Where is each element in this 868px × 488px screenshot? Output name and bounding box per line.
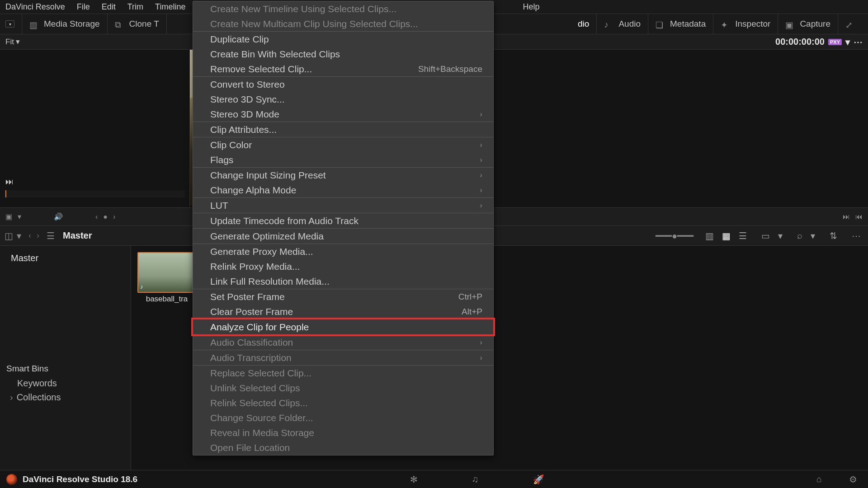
toolbar-capture[interactable]: ▣Capture bbox=[778, 14, 838, 34]
chevron-down-icon[interactable]: ▾ bbox=[18, 212, 21, 221]
toolbar-expand[interactable]: ⤢ bbox=[838, 14, 863, 34]
menu-trim[interactable]: Trim bbox=[127, 2, 143, 12]
toolbar-metadata[interactable]: ❏Metadata bbox=[648, 14, 713, 34]
context-menu-item[interactable]: Create Bin With Selected Clips bbox=[193, 47, 493, 61]
context-menu-item[interactable]: Relink Proxy Media... bbox=[193, 259, 493, 274]
toolbar-metadata-label: Metadata bbox=[670, 19, 706, 29]
context-menu-item[interactable]: Create New Timeline Using Selected Clips… bbox=[193, 1, 493, 16]
nav-back-button[interactable]: ‹ bbox=[26, 231, 34, 240]
context-menu-item-label: Relink Selected Clips... bbox=[210, 397, 308, 409]
smartbin-keywords[interactable]: Keywords bbox=[6, 376, 124, 390]
toolbar-dropdown[interactable]: ▾ bbox=[5, 14, 22, 34]
context-menu-item[interactable]: Create New Multicam Clip Using Selected … bbox=[193, 16, 493, 31]
context-menu-item[interactable]: Reveal in Media Storage bbox=[193, 425, 493, 440]
volume-icon[interactable]: 🔊 bbox=[54, 212, 63, 221]
toolbar-audio[interactable]: ♪Audio bbox=[597, 14, 648, 34]
step-forward-icon[interactable]: ⏭ bbox=[843, 213, 850, 221]
clip-item[interactable]: ♪ baseball_tra bbox=[137, 252, 196, 304]
context-menu-item-label: Create New Timeline Using Selected Clips… bbox=[210, 3, 396, 15]
context-menu-item[interactable]: Relink Selected Clips... bbox=[193, 395, 493, 410]
toolbar-audio-tab[interactable]: dio bbox=[571, 14, 597, 34]
search-icon[interactable]: ⌕ bbox=[794, 229, 805, 243]
context-menu-item-label: Generate Proxy Media... bbox=[210, 245, 313, 258]
filter-icon[interactable]: ☰ bbox=[47, 230, 55, 241]
zoom-slider[interactable]: ━━━●━━━ bbox=[656, 230, 693, 241]
context-menu-item[interactable]: Open File Location bbox=[193, 440, 493, 455]
panel-toggle-icon[interactable]: ◫ bbox=[5, 230, 13, 241]
menu-edit[interactable]: Edit bbox=[102, 2, 116, 12]
context-menu-item[interactable]: Link Full Resolution Media... bbox=[193, 274, 493, 289]
chevron-down-icon[interactable]: ▾ bbox=[17, 230, 21, 241]
menu-file[interactable]: File bbox=[77, 2, 90, 12]
source-viewer: ⏭ bbox=[0, 50, 190, 207]
menu-help[interactable]: Help bbox=[523, 2, 539, 12]
smartbin-collections[interactable]: ›Collections bbox=[6, 390, 124, 404]
step-back-icon[interactable]: ⏮ bbox=[855, 213, 863, 221]
toolbar-clone-tool[interactable]: ⧉ Clone T bbox=[108, 14, 167, 34]
context-menu-item[interactable]: Generate Proxy Media... bbox=[193, 244, 493, 259]
tag-icon: ❏ bbox=[656, 20, 665, 28]
chevron-right-icon: › bbox=[480, 169, 482, 181]
page-tab-fairlight-icon[interactable]: ♫ bbox=[472, 474, 479, 485]
context-menu-item[interactable]: Set Poster FrameCtrl+P bbox=[193, 289, 493, 304]
menu-timeline[interactable]: Timeline bbox=[155, 2, 185, 12]
chevron-down-icon[interactable]: ▾ bbox=[845, 37, 850, 47]
context-menu-item[interactable]: Unlink Selected Clips bbox=[193, 380, 493, 395]
page-tab-loading-icon[interactable]: ✻ bbox=[410, 474, 418, 485]
context-menu-item[interactable]: Audio Classification› bbox=[193, 335, 493, 350]
context-menu-item[interactable]: Stereo 3D Sync... bbox=[193, 92, 493, 107]
playhead[interactable] bbox=[5, 190, 6, 197]
aspect-icon[interactable]: ▭ bbox=[759, 229, 773, 243]
context-menu-item[interactable]: Duplicate Clip bbox=[193, 32, 493, 47]
context-menu-item[interactable]: Change Alpha Mode› bbox=[193, 183, 493, 197]
context-menu-item-label: Create Bin With Selected Clips bbox=[210, 48, 340, 60]
sort-icon[interactable]: ⇅ bbox=[827, 229, 840, 243]
context-menu-item[interactable]: Clip Color› bbox=[193, 137, 493, 152]
settings-icon[interactable]: ⚙ bbox=[849, 474, 857, 485]
chevron-down-icon[interactable]: ▾ bbox=[775, 229, 785, 243]
prev-clip-icon[interactable]: ‹ bbox=[95, 213, 98, 221]
clip-context-menu[interactable]: Create New Timeline Using Selected Clips… bbox=[193, 1, 494, 455]
context-menu-item[interactable]: Change Source Folder... bbox=[193, 410, 493, 425]
page-tab-deliver-icon[interactable]: 🚀 bbox=[533, 474, 544, 485]
toolbar-media-storage[interactable]: ▥ Media Storage bbox=[22, 14, 108, 34]
context-menu-item[interactable]: Flags› bbox=[193, 152, 493, 167]
context-menu-item[interactable]: Convert to Stereo bbox=[193, 77, 493, 92]
menu-app[interactable]: DaVinci Resolve bbox=[5, 2, 65, 12]
thumbnail-view-icon[interactable]: ▦ bbox=[719, 229, 733, 243]
context-menu-item-label: Audio Classification bbox=[210, 336, 293, 348]
viewer-fit-dropdown[interactable]: Fit▾ bbox=[5, 37, 20, 47]
context-menu-item-label: Change Source Folder... bbox=[210, 412, 313, 424]
context-menu-item[interactable]: LUT› bbox=[193, 198, 493, 213]
context-menu-item[interactable]: Change Input Sizing Preset› bbox=[193, 168, 493, 183]
context-menu-item[interactable]: Update Timecode from Audio Track bbox=[193, 213, 493, 228]
context-menu-item[interactable]: Generate Optimized Media bbox=[193, 229, 493, 244]
list-view-icon[interactable]: ☰ bbox=[736, 229, 750, 243]
bin-breadcrumb[interactable]: Master bbox=[63, 230, 92, 241]
context-menu-item[interactable]: Replace Selected Clip... bbox=[193, 366, 493, 380]
next-clip-icon[interactable]: › bbox=[113, 213, 115, 221]
context-menu-item[interactable]: Clear Poster FrameAlt+P bbox=[193, 304, 493, 319]
strip-view-icon[interactable]: ▥ bbox=[703, 229, 717, 243]
play-next-icon[interactable]: ⏭ bbox=[5, 177, 14, 187]
nav-forward-button[interactable]: › bbox=[34, 231, 42, 240]
context-menu-item[interactable]: Audio Transcription› bbox=[193, 350, 493, 365]
context-menu-item[interactable]: Clip Attributes... bbox=[193, 122, 493, 137]
context-menu-item[interactable]: Stereo 3D Mode› bbox=[193, 107, 493, 122]
context-menu-item-label: Flags bbox=[210, 154, 233, 166]
in-out-icon[interactable]: ▣ bbox=[5, 212, 12, 221]
context-menu-item[interactable]: Analyze Clip for People bbox=[193, 319, 493, 334]
smartbin-keywords-label: Keywords bbox=[17, 378, 57, 389]
context-menu-item[interactable]: Remove Selected Clip...Shift+Backspace bbox=[193, 61, 493, 76]
proxy-badge[interactable]: PXY bbox=[828, 39, 842, 45]
bin-master[interactable]: Master bbox=[6, 250, 124, 266]
viewer-scrub-bar[interactable] bbox=[5, 190, 185, 197]
more-icon[interactable]: ⋯ bbox=[854, 37, 863, 47]
loop-icon[interactable]: ● bbox=[103, 213, 108, 221]
clip-thumbnail[interactable]: ♪ bbox=[137, 252, 196, 293]
more-icon[interactable]: ⋯ bbox=[849, 229, 863, 243]
toolbar-inspector[interactable]: ✦Inspector bbox=[713, 14, 778, 34]
home-icon[interactable]: ⌂ bbox=[816, 474, 822, 485]
chevron-down-icon[interactable]: ▾ bbox=[808, 229, 818, 243]
clone-icon: ⧉ bbox=[115, 20, 125, 28]
